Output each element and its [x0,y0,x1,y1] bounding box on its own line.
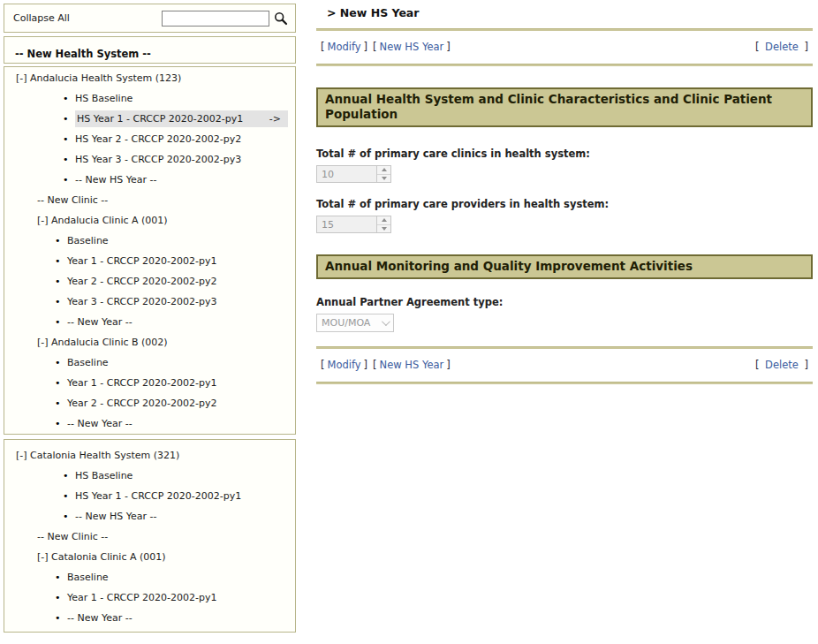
bracket: ] [364,41,368,53]
tree-node-toggle[interactable]: [-] Andalucia Health System (123) [4,68,295,88]
tree-item[interactable]: •HS Year 2 - CRCCP 2020-2002-py2 [4,129,295,149]
bullet-icon: • [63,511,75,522]
bullet-icon: • [55,612,67,624]
andalucia-tree: [-] Andalucia Health System (123) •HS Ba… [4,66,296,435]
tree-node-toggle[interactable]: [-] Andalucia Clinic B (002) [4,332,295,352]
clinics-count-value: 10 [317,166,376,182]
detail-pane: > New HS Year [ Modify ] [ New HS Year ]… [316,0,813,384]
bullet-icon: • [55,296,67,307]
spinner [376,216,390,232]
bottom-action-row: [ Modify ] [ New HS Year ] [ Delete ] [316,349,813,382]
bullet-icon: • [63,174,75,186]
tree-item-new-clinic[interactable]: -- New Clinic -- [4,527,295,547]
tree-item-new-year[interactable]: •-- New Year -- [4,608,295,628]
spinner-up-icon [377,216,390,225]
tree-item[interactable]: •Baseline [4,567,295,587]
tree-item[interactable]: •HS Baseline [4,88,295,109]
new-health-system-box: -- New Health System -- [4,36,296,64]
section-heading-characteristics: Annual Health System and Clinic Characte… [316,87,813,127]
bullet-icon: • [55,572,67,583]
divider [316,382,813,384]
divider [316,64,813,66]
tree-item-new-hs-year[interactable]: •-- New HS Year -- [4,170,295,190]
bullet-icon: • [55,235,67,246]
search-input[interactable] [162,11,269,27]
tree-item[interactable]: •Baseline [4,231,295,251]
bullet-icon: • [63,154,75,165]
providers-count-value: 15 [317,216,376,232]
tree-item[interactable]: •Baseline [4,352,295,373]
tree-item-new-clinic[interactable]: -- New Clinic -- [4,190,295,210]
bracket: [ [321,41,325,53]
bracket: [ [755,41,760,53]
current-item-arrow: -> [269,113,281,125]
spinner [376,166,390,182]
bullet-icon: • [55,276,67,287]
tree-toolbar: Collapse All [4,4,296,33]
bracket: [ [755,359,760,371]
tree-item[interactable]: •Year 1 - CRCCP 2020-2002-py1 [4,587,295,608]
spinner-down-icon [377,175,390,183]
top-action-row: [ Modify ] [ New HS Year ] [ Delete ] [316,31,813,64]
tree-item[interactable]: •HS Baseline [4,466,295,486]
tree-item-new-year[interactable]: •-- New Year -- [4,312,295,332]
bracket: [ [373,41,377,53]
tree-item[interactable]: •Year 1 - CRCCP 2020-2002-py1 [4,251,295,271]
bracket: [ [321,359,325,371]
tree-node-toggle[interactable]: [-] Catalonia Clinic A (001) [4,547,295,567]
page-title: > New HS Year [327,6,813,19]
bullet-icon: • [55,255,67,267]
spinner-down-icon [377,225,390,233]
tree-item-new-hs-year[interactable]: •-- New HS Year -- [4,506,295,527]
tree-search [162,11,288,27]
spinner-up-icon [377,166,390,175]
bullet-icon: • [63,113,75,125]
modify-link[interactable]: Modify [328,41,361,53]
clinics-count-stepper[interactable]: 10 [316,165,391,183]
tree-item[interactable]: •Year 3 - CRCCP 2020-2002-py3 [4,292,295,312]
bracket: ] [805,41,809,53]
delete-link[interactable]: Delete [765,359,799,371]
bullet-icon: • [63,470,75,481]
bracket: ] [446,359,451,371]
new-hs-year-link[interactable]: New HS Year [380,41,444,53]
tree-node-toggle[interactable]: [-] Andalucia Clinic A (001) [4,210,295,231]
clinics-count-label: Total # of primary care clinics in healt… [316,148,813,160]
providers-count-label: Total # of primary care providers in hea… [316,198,813,210]
bullet-icon: • [55,357,67,368]
providers-count-stepper[interactable]: 15 [316,216,391,233]
tree-item-new-year[interactable]: •-- New Year -- [4,413,295,434]
section-heading-monitoring: Annual Monitoring and Quality Improvemen… [316,254,813,279]
bullet-icon: • [55,592,67,603]
tree-node-toggle[interactable]: [-] Catalonia Health System (321) [4,445,295,466]
tree-item[interactable]: •HS Year 1 - CRCCP 2020-2002-py1 [4,486,295,506]
agreement-type-label: Annual Partner Agreement type: [316,296,813,308]
bullet-icon: • [63,490,75,502]
tree-item-selected[interactable]: • HS Year 1 - CRCCP 2020-2002-py1 -> [4,109,295,129]
catalonia-tree: [-] Catalonia Health System (321) •HS Ba… [4,439,296,633]
bracket: ] [364,359,368,371]
bullet-icon: • [55,377,67,389]
chevron-down-icon [382,317,390,326]
bullet-icon: • [63,133,75,145]
tree-item[interactable]: •HS Year 3 - CRCCP 2020-2002-py3 [4,149,295,170]
tree-item[interactable]: •Year 2 - CRCCP 2020-2002-py2 [4,393,295,413]
delete-link[interactable]: Delete [765,41,799,53]
collapse-all-button[interactable]: Collapse All [13,12,70,24]
bracket: [ [373,359,377,371]
selected-row-highlight: HS Year 1 - CRCCP 2020-2002-py1 -> [75,110,288,127]
bullet-icon: • [63,93,75,104]
search-icon[interactable] [274,11,288,26]
tree-item[interactable]: •Year 1 - CRCCP 2020-2002-py1 [4,373,295,393]
agreement-type-select[interactable]: MOU/MOA [316,314,394,332]
bullet-icon: • [55,398,67,409]
bullet-icon: • [55,316,67,328]
tree-item[interactable]: •Year 2 - CRCCP 2020-2002-py2 [4,271,295,292]
modify-link[interactable]: Modify [328,359,361,371]
new-health-system-action[interactable]: -- New Health System -- [15,48,151,60]
new-hs-year-link[interactable]: New HS Year [380,359,444,371]
bullet-icon: • [55,418,67,429]
bracket: ] [446,41,451,53]
agreement-type-value: MOU/MOA [322,317,382,329]
bracket: ] [805,359,809,371]
